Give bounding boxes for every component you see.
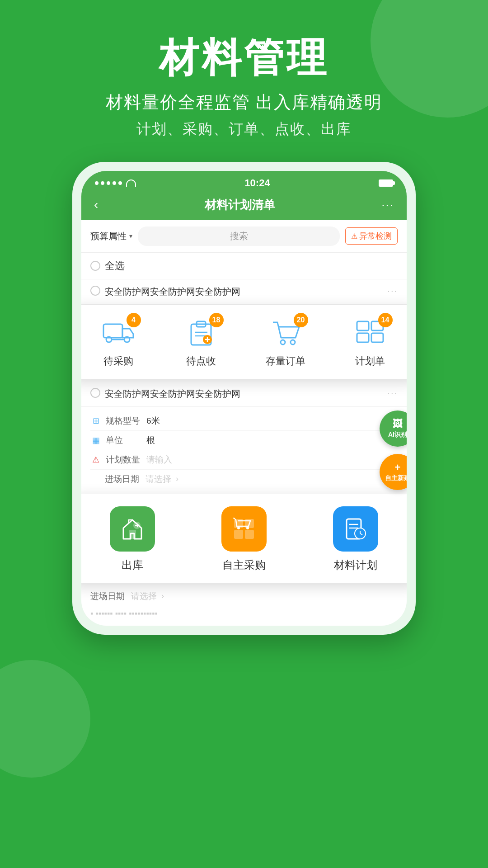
svg-rect-15 — [357, 333, 369, 342]
truck-icon-container: 4 — [100, 317, 136, 349]
svg-rect-0 — [103, 324, 122, 338]
action-pending-purchase[interactable]: 4 待采购 — [100, 317, 136, 368]
signal-dot-4 — [113, 181, 116, 185]
cart-icon-container: 20 — [267, 317, 304, 349]
outbound-label: 出库 — [122, 558, 143, 572]
more-button[interactable]: ··· — [381, 198, 394, 212]
list-item-1[interactable]: 安全防护网安全防护网安全防护网 ··· — [81, 279, 407, 305]
date-label: 进场日期 — [105, 473, 141, 485]
nav-bar: ‹ 材料计划清单 ··· — [81, 193, 407, 220]
count-input[interactable]: 请输入 — [146, 454, 172, 466]
house-icon — [120, 516, 145, 542]
item1-title: 安全防护网安全防护网安全防护网 — [105, 286, 383, 298]
svg-point-24 — [246, 527, 249, 529]
peek-date-label: 进场日期 — [90, 590, 127, 602]
item2-radio[interactable] — [90, 388, 100, 398]
select-all-label: 全选 — [105, 259, 125, 273]
list-section: 全选 安全防护网安全防护网安全防护网 ··· — [81, 253, 407, 305]
svg-rect-13 — [357, 321, 369, 330]
unit-icon: ▦ — [90, 435, 101, 445]
quick-actions-card: 4 待采购 18 — [81, 305, 407, 379]
plan-list-badge: 14 — [378, 313, 393, 327]
filter-button[interactable]: 预算属性 ▾ — [90, 230, 132, 242]
header-desc: 计划、采购、订单、点收、出库 — [0, 119, 488, 139]
app-outbound[interactable]: 出库 — [110, 506, 155, 572]
item2-more-icon[interactable]: ··· — [387, 388, 398, 398]
svg-point-23 — [237, 527, 240, 529]
pending-purchase-badge: 4 — [127, 313, 141, 327]
signal-dots — [95, 179, 136, 187]
action-plan-list[interactable]: 14 计划单 — [352, 317, 388, 368]
action-pending-purchase-label: 待采购 — [103, 354, 133, 368]
action-inventory-order[interactable]: 20 存量订单 — [266, 317, 305, 368]
detail-row-count[interactable]: ⚠ 计划数量 请输入 — [90, 450, 398, 470]
spec-value: 6米 — [146, 415, 398, 427]
svg-rect-17 — [129, 530, 136, 539]
action-inventory-order-label: 存量订单 — [266, 354, 305, 368]
wifi-icon — [126, 179, 136, 187]
list-section-2: 安全防护网安全防护网安全防护网 ··· ⊞ 规格型号 6米 ▦ 单位 根 — [81, 382, 407, 494]
date-arrow-icon: › — [176, 474, 178, 484]
app-plan[interactable]: 材料计划 — [333, 506, 378, 572]
bottom-apps-card: 出库 — [81, 494, 407, 583]
new-fab-button[interactable]: + 自主新建 — [380, 454, 407, 490]
pending-check-badge: 18 — [209, 313, 224, 327]
detail-item: ⊞ 规格型号 6米 ▦ 单位 根 ⚠ 计划数量 请输入 — [81, 407, 407, 494]
status-bar: 10:24 — [81, 171, 407, 193]
svg-point-11 — [281, 340, 285, 344]
item2-main: 安全防护网安全防护网安全防护网 — [105, 388, 383, 400]
clock: 10:24 — [244, 177, 270, 189]
plus-icon: + — [395, 462, 401, 473]
chevron-down-icon: ▾ — [129, 232, 132, 240]
purchase-icon-box — [221, 506, 267, 552]
battery — [379, 179, 393, 187]
signal-dot-3 — [107, 181, 110, 185]
nav-title: 材料计划清单 — [205, 197, 275, 213]
signal-dot-1 — [95, 181, 99, 185]
detail-row-spec: ⊞ 规格型号 6米 — [90, 411, 398, 431]
signal-dot-5 — [118, 181, 122, 185]
svg-rect-16 — [371, 333, 383, 342]
anomaly-label: 异常检测 — [359, 231, 392, 241]
peek-arrow-icon: › — [161, 591, 164, 601]
item1-main: 安全防护网安全防护网安全防护网 — [105, 286, 383, 298]
warning-icon: ⚠ — [351, 232, 357, 241]
search-bar: 预算属性 ▾ 搜索 ⚠ 异常检测 — [81, 220, 407, 253]
peek-detail-row: 进场日期 请选择 › — [90, 587, 398, 606]
header-subtitle: 材料量价全程监管 出入库精确透明 — [0, 91, 488, 114]
page-title: 材料管理 — [0, 36, 488, 80]
new-fab-label: 自主新建 — [385, 474, 407, 482]
cart-box-icon — [231, 516, 257, 542]
back-button[interactable]: ‹ — [94, 198, 98, 212]
detail-row-unit: ▦ 单位 根 — [90, 431, 398, 450]
action-pending-check[interactable]: 18 待点收 — [183, 317, 219, 368]
svg-rect-22 — [245, 530, 254, 539]
unit-value: 根 — [146, 434, 398, 446]
action-pending-check-label: 待点收 — [186, 354, 216, 368]
outbound-icon-box — [110, 506, 155, 552]
list-item-2[interactable]: 安全防护网安全防护网安全防护网 ··· — [81, 382, 407, 407]
ai-icon: 🖼 — [393, 418, 403, 430]
select-all-row[interactable]: 全选 — [81, 253, 407, 279]
bg-circle-bottom — [0, 660, 90, 778]
date-input[interactable]: 请选择 — [145, 473, 171, 485]
svg-rect-21 — [234, 530, 243, 539]
anomaly-button[interactable]: ⚠ 异常检测 — [345, 227, 398, 245]
item1-more-icon[interactable]: ··· — [387, 286, 398, 296]
action-plan-list-label: 计划单 — [355, 354, 385, 368]
phone-inner: 10:24 ‹ 材料计划清单 ··· 预算属性 ▾ 搜索 ⚠ — [81, 171, 407, 626]
phone-frame: 10:24 ‹ 材料计划清单 ··· 预算属性 ▾ 搜索 ⚠ — [72, 162, 416, 635]
count-icon: ⚠ — [90, 455, 101, 465]
ai-fab-button[interactable]: 🖼 AI识别 — [380, 410, 407, 447]
select-all-radio[interactable] — [90, 261, 100, 271]
app-purchase[interactable]: 自主采购 — [221, 506, 267, 572]
phone-mockup: 10:24 ‹ 材料计划清单 ··· 预算属性 ▾ 搜索 ⚠ — [72, 162, 416, 635]
detail-row-date[interactable]: 进场日期 请选择 › — [90, 470, 398, 489]
spec-icon: ⊞ — [90, 416, 101, 426]
peek-date-hint: 请选择 — [131, 590, 157, 602]
grid-icon-container: 14 — [352, 317, 388, 349]
peek-text-2: ▪ ▪▪▪▪▪▪ ▪▪▪▪ ▪▪▪▪▪▪▪▪▪▪ — [90, 606, 398, 621]
item1-radio[interactable] — [90, 286, 100, 296]
search-input[interactable]: 搜索 — [138, 226, 340, 246]
plan-icon-box — [333, 506, 378, 552]
